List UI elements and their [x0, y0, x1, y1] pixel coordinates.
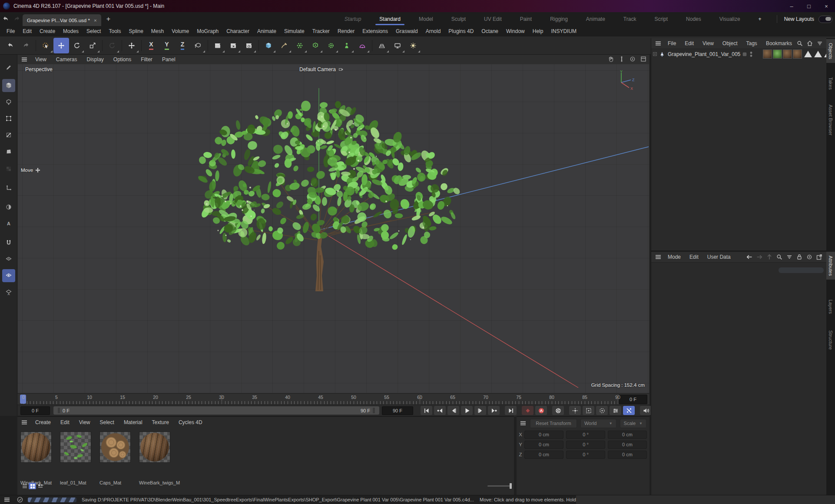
field-button[interactable]	[355, 38, 370, 53]
minimize-button[interactable]: –	[783, 1, 800, 11]
object-menu-object[interactable]: Object	[718, 40, 742, 46]
autokey-button[interactable]: A	[535, 406, 547, 415]
object-mode-button[interactable]	[2, 96, 15, 109]
material-item[interactable]: Caps_Mat	[99, 432, 130, 463]
coord-system-button[interactable]	[190, 38, 206, 53]
attributes-menu-user-data[interactable]: User Data	[703, 254, 735, 260]
key-scale-button[interactable]	[583, 406, 594, 415]
texture-mode-button[interactable]	[2, 162, 15, 175]
menu-character[interactable]: Character	[222, 28, 253, 34]
layout-tab-sculpt[interactable]: Sculpt	[442, 12, 475, 26]
material-menu-view[interactable]: View	[74, 419, 95, 425]
material-item[interactable]: leaf_01_Mat	[60, 432, 90, 463]
menu-render[interactable]: Render	[334, 28, 358, 34]
menu-window[interactable]: Window	[502, 28, 529, 34]
goto-end-button[interactable]	[505, 406, 517, 415]
volume-button[interactable]	[308, 38, 323, 53]
filter-icon[interactable]	[786, 254, 793, 260]
viewport-menu-display[interactable]: Display	[82, 56, 108, 63]
range-grip-left[interactable]	[58, 408, 60, 413]
quantize-button[interactable]: A	[2, 286, 15, 299]
tweak-pencil-button[interactable]	[2, 61, 15, 74]
hamburger-icon[interactable]	[3, 496, 10, 503]
lock-x-button[interactable]: X	[143, 38, 159, 53]
viewport-menu-cameras[interactable]: Cameras	[51, 56, 82, 63]
animation-mode-button[interactable]: A	[2, 217, 15, 230]
viewport-menu-filter[interactable]: Filter	[136, 56, 157, 63]
material-menu-cycles-4d[interactable]: Cycles 4D	[174, 419, 207, 425]
material-item[interactable]: WineBark_twigs_M	[139, 432, 169, 463]
add-layout-button[interactable]: +	[749, 12, 771, 26]
menu-tracker[interactable]: Tracker	[308, 28, 334, 34]
current-frame-box[interactable]: 0 F	[619, 395, 647, 404]
preview-range-slider[interactable]: 0 F 90 F	[53, 406, 379, 415]
camera-label[interactable]: Default Camera	[299, 66, 344, 72]
menu-tools[interactable]: Tools	[105, 28, 125, 34]
redo-icon[interactable]	[11, 13, 23, 25]
lock-y-button[interactable]: Y	[159, 38, 175, 53]
object-state-icon[interactable]	[742, 52, 747, 57]
menu-simulate[interactable]: Simulate	[280, 28, 308, 34]
material-menu-texture[interactable]: Texture	[147, 419, 174, 425]
next-frame-button[interactable]	[474, 406, 486, 415]
keying-settings-button[interactable]	[552, 406, 564, 415]
add-document-tab-button[interactable]: +	[106, 15, 110, 23]
space-dropdown[interactable]: World▼	[580, 419, 616, 428]
external-icon[interactable]	[816, 254, 823, 260]
layout-tab-track[interactable]: Track	[614, 12, 646, 26]
material-name[interactable]: leaf_01_Mat	[60, 480, 86, 485]
side-tab-layers[interactable]: Layers	[826, 296, 835, 318]
hamburger-icon[interactable]	[17, 419, 30, 426]
layout-tab-script[interactable]: Script	[645, 12, 677, 26]
mograph-button[interactable]	[292, 38, 308, 53]
viewport-menu-panel[interactable]: Panel	[157, 56, 180, 63]
snap-magnet-button[interactable]	[2, 236, 15, 249]
home-icon[interactable]	[806, 40, 813, 47]
object-menu-edit[interactable]: Edit	[680, 40, 698, 46]
side-tab-structure[interactable]: Structure	[826, 326, 835, 354]
layout-tab-model[interactable]: Model	[410, 12, 442, 26]
object-menu-file[interactable]: File	[663, 40, 680, 46]
material-item[interactable]: WineBark_Mat	[20, 432, 51, 463]
axis-modify-button[interactable]	[124, 38, 139, 53]
texture-tag-icon[interactable]	[783, 49, 792, 59]
menu-plugins-4d[interactable]: Plugins 4D	[444, 28, 477, 34]
visibility-dots-icon[interactable]	[749, 51, 753, 57]
spline-pen-button[interactable]	[276, 38, 292, 53]
forward-icon[interactable]	[756, 254, 763, 260]
hamburger-icon[interactable]	[17, 56, 30, 63]
undo-button[interactable]	[3, 38, 18, 53]
layout-tab-standard[interactable]: Standard	[370, 12, 410, 26]
points-mode-button[interactable]	[2, 112, 15, 125]
side-tab-objects[interactable]: Objects	[826, 39, 835, 63]
reset-transform-button[interactable]: Reset Transform	[530, 419, 577, 428]
material-menu-material[interactable]: Material	[119, 419, 147, 425]
move-tool-button[interactable]	[53, 38, 69, 53]
material-name[interactable]: Caps_Mat	[99, 480, 121, 485]
live-selection-button[interactable]	[38, 38, 53, 53]
close-button[interactable]: ×	[818, 1, 835, 11]
menu-insydium[interactable]: INSYDIUM	[547, 28, 580, 34]
rotation-field[interactable]: 0 °	[566, 451, 605, 459]
scale-field[interactable]: 0 cm	[608, 451, 647, 459]
filter-icon[interactable]	[816, 40, 823, 47]
menu-volume[interactable]: Volume	[168, 28, 193, 34]
mode-dropdown[interactable]: Scale▼	[620, 419, 646, 428]
next-key-button[interactable]	[488, 406, 500, 415]
material-menu-edit[interactable]: Edit	[56, 419, 74, 425]
new-layouts-toggle[interactable]	[818, 16, 832, 23]
material-thumbnail-bark-sphere[interactable]	[20, 432, 52, 463]
redo-button[interactable]	[18, 38, 34, 53]
view-label[interactable]: Perspective	[25, 66, 53, 72]
attributes-menu-edit[interactable]: Edit	[685, 254, 703, 260]
menu-modes[interactable]: Modes	[59, 28, 83, 34]
track-icon[interactable]	[806, 254, 813, 260]
search-icon[interactable]	[796, 40, 803, 47]
pan-icon[interactable]	[607, 56, 614, 63]
menu-help[interactable]: Help	[529, 28, 547, 34]
snap-grid-button[interactable]	[2, 269, 15, 282]
material-zoom-slider[interactable]	[487, 485, 512, 487]
axis-mode-button[interactable]	[2, 181, 15, 194]
texture-tag-icon[interactable]	[763, 49, 772, 59]
object-name[interactable]: Grapevine_Plant_001_Var_005	[668, 51, 740, 57]
